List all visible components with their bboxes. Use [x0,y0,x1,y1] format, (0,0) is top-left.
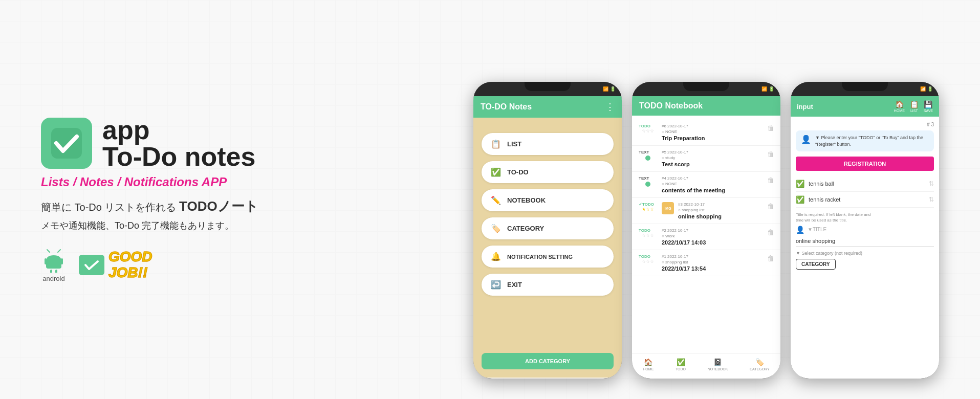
svg-rect-3 [45,258,47,264]
phone-3-screen: input 🏠 HOME 📋 LIST 💾 SAVE [791,96,939,379]
note-item-5[interactable]: TEXT #5 2022-10-17 ○ study Test scorp 🗑 [632,146,780,172]
phone-1-header-title: TO-DO Notes [481,102,532,112]
title-placeholder: ▼TITLE [808,227,826,232]
note-item-6[interactable]: TODO ☆☆☆ #6 2022-10-17 ○ NONE Trip Prepa… [632,120,780,146]
menu-item-todo[interactable]: ✅ TO-DO [482,161,614,183]
svg-rect-6 [55,270,57,273]
phone-1-notch [525,82,571,91]
add-category-button[interactable]: ADD CATEGORY [482,353,614,369]
list-menu-icon: 📋 [491,139,501,149]
phone-2-header-title: TODO Notebook [639,101,703,110]
save-action-icon: 💾 [924,100,932,108]
app-title-block: app To-Do notes [102,117,255,170]
goodjob-text-block: GOOD JOB!! [108,249,153,281]
check-icon-2: ✅ [796,195,804,204]
arrows-icon-1: ⇅ [929,180,934,187]
menu-item-category[interactable]: 🏷️ CATEGORY [482,217,614,239]
todo-nav-icon: ✅ [677,358,685,366]
home-nav-icon: 🏠 [644,358,652,366]
list-item-2[interactable]: ✅ tennis racket ⇅ [796,192,934,208]
home-action-icon: 🏠 [895,100,904,108]
nav-category[interactable]: 🏷️ CATEGORY [750,358,770,371]
info-icon: 👤 [801,135,811,144]
svg-line-8 [58,250,60,252]
app-label: app [102,117,255,143]
category-menu-icon: 🏷️ [491,224,501,233]
notes-label: NOTEBOOK [507,196,546,204]
list-action-icon: 📋 [910,100,919,108]
nav-home[interactable]: 🏠 HOME [643,358,654,371]
check-small-icon [84,259,99,271]
checkmark-small-icon [79,255,104,275]
todo-menu-icon: ✅ [491,167,501,177]
delete-icon-3[interactable]: 🗑 [767,202,774,210]
menu-item-notification[interactable]: 🔔 NOTIFICATION SETTING [482,246,614,268]
menu-item-exit[interactable]: ↩️ EXIT [482,274,614,296]
checkmark-logo-icon [49,125,84,161]
phones-area: 📶 🔋 TO-DO Notes ⋮ 📋 LIST ✅ TO-DO ✏️ NOTE… [473,15,960,384]
phone-3-notch [842,82,888,91]
note-item-3[interactable]: ✓TODO ★☆☆ IMG #3 2022-10-17 ○ shopping l… [632,198,780,224]
nav-todo[interactable]: ✅ TODO [676,358,686,371]
list-item-2-text: tennis racket [809,196,925,203]
header-home-action[interactable]: 🏠 HOME [894,100,905,113]
delete-icon-5[interactable]: 🗑 [767,150,774,158]
phone-2-mockup: 📶 🔋 TODO Notebook TODO ☆☆☆ #6 2022-10-17… [632,82,780,379]
input-instruction-box: 👤 ▼ Please enter your "TODO" or "To Buy"… [796,130,934,151]
svg-rect-5 [50,270,52,273]
check-icon-1: ✅ [796,180,804,188]
category-select-label: ▼ Select category (not required) [796,251,934,256]
svg-rect-4 [61,258,63,264]
input-count: # 3 [796,122,934,127]
category-nav-icon: 🏷️ [755,358,764,366]
android-label: android [42,275,64,282]
notebook-menu-icon: ✏️ [491,195,501,205]
title-value[interactable]: online shopping [796,238,934,247]
registration-button[interactable]: REGISTRATION [796,157,934,171]
phone-3-header: input 🏠 HOME 📋 LIST 💾 SAVE [791,96,939,117]
input-instruction-text: ▼ Please enter your "TODO" or "To Buy" a… [815,135,929,147]
header-save-action[interactable]: 💾 SAVE [924,100,933,113]
delete-icon-6[interactable]: 🗑 [767,124,774,132]
more-options-icon: ⋮ [605,101,615,113]
menu-item-notebook[interactable]: ✏️ NOTEBOOK [482,189,614,211]
title-field: 👤 ▼TITLE [796,226,934,234]
list-item-1-text: tennis ball [809,181,925,187]
app-name: To-Do notes [102,143,255,170]
goodjob-line1: GOOD [108,249,153,265]
app-logo [41,118,92,169]
list-item-1[interactable]: ✅ tennis ball ⇅ [796,176,934,192]
note-item-1[interactable]: TODO ☆☆☆ #1 2022-10-17 ○ shopping list 2… [632,250,780,276]
phone-1-header: TO-DO Notes ⋮ [473,96,622,118]
header-list-action[interactable]: 📋 LIST [910,100,919,113]
jp-description-1: 簡単に To-Do リストを作れる TODOノート [41,197,338,215]
delete-icon-2[interactable]: 🗑 [767,228,774,236]
title-field-icon: 👤 [796,226,804,234]
goodjob-line2: JOB!! [108,265,153,281]
menu-item-list[interactable]: 📋 LIST [482,133,614,155]
phone-3-header-title: input [797,103,813,110]
phone-2-notch [683,82,729,91]
android-badge: android [41,247,67,282]
title-hint: Title is required. If left blank, the da… [796,212,934,223]
note-item-2[interactable]: TODO ☆☆☆ #2 2022-10-17 ○ Work 2022/10/17… [632,224,780,250]
badge-row: android GOOD JOB!! [41,247,338,282]
goodjob-badge: GOOD JOB!! [79,249,153,281]
note-item-4[interactable]: TEXT #4 2022-10-17 ○ NONE contents of th… [632,172,780,198]
phone-1-mockup: 📶 🔋 TO-DO Notes ⋮ 📋 LIST ✅ TO-DO ✏️ NOTE… [473,82,622,379]
phone-1-screen: TO-DO Notes ⋮ 📋 LIST ✅ TO-DO ✏️ NOTEBOOK… [473,96,622,379]
phone-2-screen: TODO Notebook TODO ☆☆☆ #6 2022-10-17 ○ N… [632,96,780,379]
category-select-button[interactable]: CATEGORY [796,259,836,270]
delete-icon-1[interactable]: 🗑 [767,254,774,262]
phone-2-header: TODO Notebook [632,96,780,116]
delete-icon-4[interactable]: 🗑 [767,176,774,184]
phone-3-mockup: 📶 🔋 input 🏠 HOME 📋 LIST 💾 SAVE [791,82,939,379]
nav-notebook[interactable]: 📓 NOTEBOOK [708,358,728,371]
phone-3-body: # 3 👤 ▼ Please enter your "TODO" or "To … [791,117,939,376]
notebook-nav-icon: 📓 [713,358,722,366]
svg-line-7 [47,250,50,252]
notification-menu-icon: 🔔 [491,252,501,261]
arrows-icon-2: ⇅ [929,196,934,203]
logo-area: app To-Do notes [41,117,338,170]
phone-1-menu-body: 📋 LIST ✅ TO-DO ✏️ NOTEBOOK 🏷️ CATEGORY 🔔 [473,118,622,378]
